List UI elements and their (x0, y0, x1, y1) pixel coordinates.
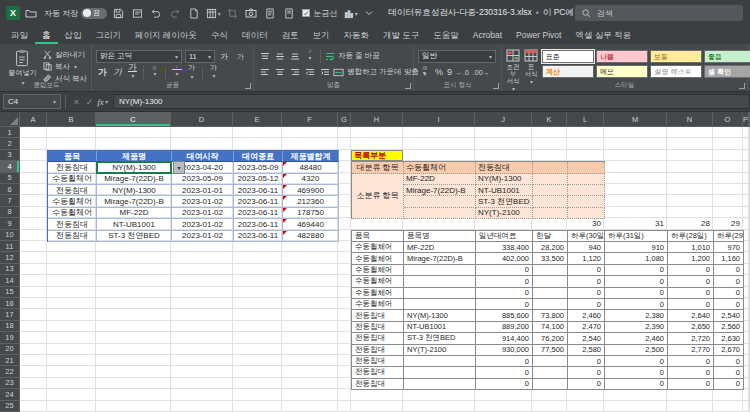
column-header-N[interactable]: N (667, 112, 713, 127)
ribbon-tab-13[interactable]: Acrobat (466, 27, 509, 44)
align-left-icon[interactable] (258, 66, 271, 79)
price-cell[interactable]: 940 (568, 242, 605, 253)
document-icon[interactable] (281, 6, 297, 21)
price-header-cell[interactable]: 품목명 (404, 231, 476, 242)
italic-icon[interactable] (111, 66, 124, 79)
ribbon-tab-6[interactable]: 수식 (204, 27, 235, 44)
row-header-22[interactable]: 22 (0, 366, 20, 377)
price-cell[interactable]: 970 (714, 242, 744, 253)
font-name-combo[interactable]: 맑은 고딕 (96, 50, 182, 63)
price-cell[interactable]: 0 (476, 276, 533, 287)
ribbon-tab-4[interactable]: 그리기 (89, 27, 129, 44)
autosave-toggle[interactable]: 끔 (81, 8, 107, 19)
price-cell[interactable]: 0 (605, 299, 668, 310)
rental-cell[interactable]: 전동침대 (48, 231, 97, 242)
rental-cell[interactable]: 2023-01-02 (172, 208, 234, 219)
subcategory-cell[interactable] (404, 196, 476, 207)
price-header-cell[interactable]: 일년대여료 (476, 231, 533, 242)
row-header-13[interactable]: 13 (0, 264, 20, 275)
increase-decimal-icon[interactable]: ←.0 (456, 69, 469, 76)
price-header-cell[interactable]: 하루(28일) (668, 231, 714, 242)
subcategory-cell[interactable] (568, 174, 605, 185)
category-cell[interactable]: 전동침대 (476, 162, 533, 173)
price-cell[interactable] (404, 367, 476, 378)
column-header-G[interactable]: G (338, 112, 351, 127)
price-cell[interactable]: 1,010 (668, 242, 714, 253)
camera-icon[interactable] (243, 6, 259, 21)
price-cell[interactable]: 402,000 (476, 253, 533, 264)
column-header-H[interactable]: H (351, 112, 403, 127)
ribbon-tab-1[interactable]: 파일 (4, 27, 35, 44)
search-box[interactable]: 검색 (575, 5, 743, 21)
price-cell[interactable]: 2,390 (605, 322, 668, 333)
rental-cell[interactable]: 178750 (283, 208, 339, 219)
row-header-7[interactable]: 7 (0, 195, 20, 206)
column-header-L[interactable]: L (567, 112, 604, 127)
price-cell[interactable]: 0 (476, 288, 533, 299)
subcategory-row-label[interactable]: 소분류 항목 (352, 174, 404, 220)
cell-style-chip[interactable]: 메모 (596, 65, 648, 78)
save-icon[interactable] (110, 6, 126, 21)
font-color-icon[interactable] (185, 66, 198, 79)
cancel-icon[interactable] (70, 95, 83, 109)
price-cell[interactable]: NY(M)-1300 (404, 310, 476, 321)
select-all-corner[interactable] (0, 112, 20, 127)
ribbon-tab-8[interactable]: 검토 (274, 27, 305, 44)
validation-dropdown-button[interactable] (173, 161, 185, 173)
row-header-24[interactable]: 24 (0, 389, 20, 400)
price-cell[interactable]: 전동침대 (352, 367, 404, 378)
rental-cell[interactable]: 2023-01-01 (172, 185, 234, 196)
row-header-17[interactable]: 17 (0, 309, 20, 320)
price-header-cell[interactable]: 하루(31일) (605, 231, 668, 242)
price-cell[interactable]: 2,720 (668, 333, 714, 344)
price-cell[interactable]: 0 (668, 265, 714, 276)
font-size-combo[interactable]: 11 (185, 50, 215, 63)
align-top-icon[interactable] (258, 50, 271, 63)
price-cell[interactable]: 전동침대 (352, 333, 404, 344)
price-cell[interactable] (404, 276, 476, 287)
price-cell[interactable]: 0 (714, 379, 744, 390)
align-right-icon[interactable] (288, 66, 301, 79)
price-cell[interactable] (404, 265, 476, 276)
row-header-10[interactable]: 10 (0, 230, 20, 241)
new-file-icon[interactable] (186, 6, 202, 21)
price-cell[interactable]: 0 (668, 288, 714, 299)
cell-style-chip[interactable]: 표준 (542, 50, 594, 63)
subcategory-cell[interactable] (404, 208, 476, 219)
price-cell[interactable]: 0 (568, 265, 605, 276)
row-header-1[interactable]: 1 (0, 127, 20, 138)
copy-button[interactable]: 복사 (43, 61, 87, 72)
rental-cell[interactable]: 수동휠체어 (48, 174, 97, 185)
bold-icon[interactable] (96, 66, 109, 79)
more-commands-icon[interactable] (361, 6, 377, 21)
price-cell[interactable]: 전동침대 (352, 345, 404, 356)
rental-cell[interactable]: 2023-06-11 (234, 219, 283, 230)
column-header-J[interactable]: J (475, 112, 532, 127)
crop-icon[interactable] (224, 6, 240, 21)
price-cell[interactable]: 1,080 (605, 253, 668, 264)
price-cell[interactable]: 0 (714, 276, 744, 287)
day-count-cell[interactable]: 29 (713, 218, 743, 229)
price-cell[interactable]: MF-22D (404, 242, 476, 253)
price-cell[interactable]: 0 (476, 379, 533, 390)
subcategory-cell[interactable]: NT-UB1001 (476, 185, 533, 196)
price-cell[interactable]: 73,800 (533, 310, 568, 321)
rental-cell[interactable]: 2023-06-11 (234, 185, 283, 196)
rental-cell[interactable]: Mirage-7(22D)-B (97, 174, 172, 185)
price-cell[interactable]: 0 (476, 367, 533, 378)
column-header-I[interactable]: I (403, 112, 475, 127)
rental-cell[interactable]: 469900 (283, 185, 339, 196)
ribbon-tab-2[interactable]: 홈 (35, 27, 58, 44)
price-cell[interactable]: 28,200 (533, 242, 568, 253)
row-header-5[interactable]: 5 (0, 173, 20, 184)
price-cell[interactable]: 2,580 (568, 345, 605, 356)
align-center-icon[interactable] (273, 66, 286, 79)
orientation-icon[interactable] (303, 50, 316, 63)
price-cell[interactable]: 0 (605, 288, 668, 299)
rental-cell[interactable]: 469440 (283, 219, 339, 230)
price-cell[interactable]: 889,200 (476, 322, 533, 333)
price-cell[interactable] (533, 379, 568, 390)
row-header-19[interactable]: 19 (0, 332, 20, 343)
merge-center-button[interactable]: 병합하고 가운데 맞춤 (333, 67, 426, 78)
price-cell[interactable]: 2,650 (668, 322, 714, 333)
